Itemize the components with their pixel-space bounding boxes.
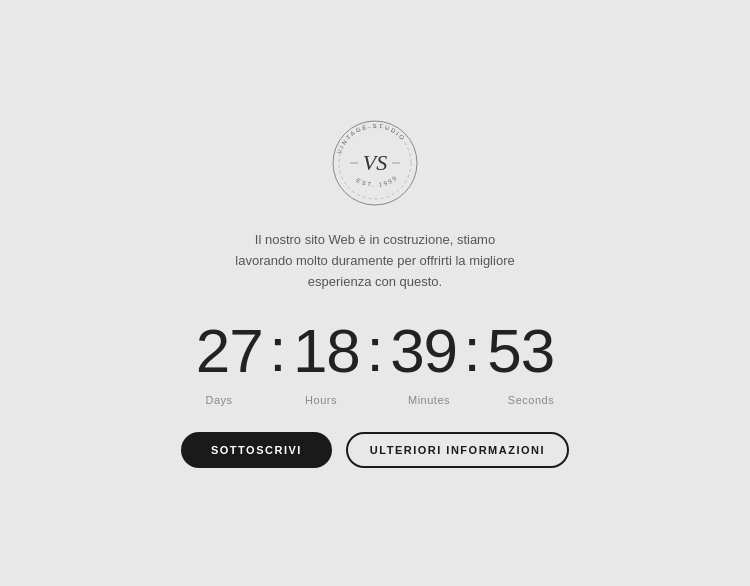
- separator-1: :: [269, 319, 286, 381]
- label-seconds: Seconds: [495, 394, 567, 406]
- buttons-row: SOTTOSCRIVI ULTERIORI INFORMAZIONI: [181, 432, 569, 468]
- separator-3: :: [464, 319, 481, 381]
- separator-2: :: [366, 319, 383, 381]
- more-info-button[interactable]: ULTERIORI INFORMAZIONI: [346, 432, 569, 468]
- countdown-seconds: 53: [485, 315, 557, 386]
- countdown-days: 27: [193, 315, 265, 386]
- countdown-labels: Days Hours Minutes Seconds: [183, 394, 567, 406]
- description-text: Il nostro sito Web è in costruzione, sti…: [225, 230, 525, 292]
- svg-text:EST. 1999: EST. 1999: [355, 174, 399, 188]
- logo-wrapper: VINTAGE STUDIO EST. 1999 VS: [330, 118, 420, 208]
- countdown-minutes: 39: [388, 315, 460, 386]
- countdown-hours: 18: [290, 315, 362, 386]
- subscribe-button[interactable]: SOTTOSCRIVI: [181, 432, 332, 468]
- label-minutes: Minutes: [387, 394, 471, 406]
- main-container: VINTAGE STUDIO EST. 1999 VS Il nostro si…: [181, 118, 569, 467]
- label-days: Days: [183, 394, 255, 406]
- svg-text:VS: VS: [363, 150, 387, 175]
- label-hours: Hours: [279, 394, 363, 406]
- logo: VINTAGE STUDIO EST. 1999 VS: [330, 118, 420, 208]
- countdown-display: 27 : 18 : 39 : 53: [193, 315, 557, 386]
